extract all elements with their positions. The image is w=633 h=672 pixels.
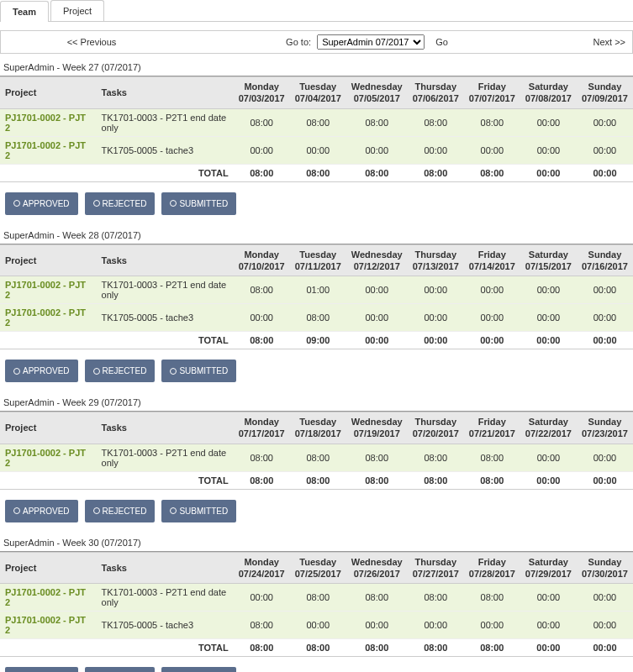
col-day: Thursday07/06/2017 — [408, 77, 464, 109]
col-day: Wednesday07/19/2017 — [346, 412, 408, 444]
hours-cell: 00:00 — [346, 612, 408, 639]
hours-cell: 08:00 — [234, 612, 290, 639]
project-cell[interactable]: PJ1701-0002 - PJT 2 — [0, 108, 97, 136]
circle-icon — [93, 200, 100, 207]
hours-cell: 00:00 — [290, 136, 346, 164]
timesheet-table: ProjectTasksMonday07/10/2017Tuesday07/11… — [0, 244, 633, 350]
hours-cell: 08:00 — [290, 584, 346, 612]
hours-cell: 08:00 — [464, 584, 520, 612]
total-cell: 08:00 — [346, 164, 408, 181]
period-select[interactable]: SuperAdmin 07/2017 — [317, 34, 425, 50]
submitted-button[interactable]: SUBMITTED — [161, 360, 236, 382]
rejected-button[interactable]: REJECTED — [85, 500, 156, 522]
hours-cell: 00:00 — [577, 612, 633, 639]
total-cell: 00:00 — [520, 471, 577, 489]
project-cell[interactable]: PJ1701-0002 - PJT 2 — [0, 612, 97, 639]
project-cell[interactable]: PJ1701-0002 - PJT 2 — [0, 276, 97, 304]
week-label: SuperAdmin - Week 30 (07/2017) — [0, 536, 633, 549]
hours-cell: 00:00 — [464, 304, 520, 332]
approved-button[interactable]: APPROVED — [5, 667, 78, 672]
total-cell: 09:00 — [290, 332, 346, 349]
submitted-button[interactable]: SUBMITTED — [161, 667, 236, 672]
task-cell: TK1701-0003 - P2T1 end date only — [97, 584, 234, 612]
col-day: Monday07/10/2017 — [234, 244, 290, 276]
action-row: APPROVEDREJECTEDSUBMITTED — [0, 349, 633, 396]
submitted-button[interactable]: SUBMITTED — [161, 500, 236, 522]
project-cell[interactable]: PJ1701-0002 - PJT 2 — [0, 584, 97, 612]
hours-cell: 08:00 — [408, 444, 464, 471]
hours-cell: 00:00 — [234, 304, 290, 332]
total-cell: 00:00 — [577, 332, 633, 349]
col-day: Monday07/24/2017 — [234, 552, 290, 584]
prev-link[interactable]: << Previous — [8, 37, 176, 47]
project-cell[interactable]: PJ1701-0002 - PJT 2 — [0, 136, 97, 164]
hours-cell: 00:00 — [577, 444, 633, 471]
col-day: Tuesday07/04/2017 — [290, 77, 346, 109]
circle-icon — [170, 368, 177, 375]
col-day: Wednesday07/05/2017 — [346, 77, 408, 109]
col-day: Monday07/17/2017 — [234, 412, 290, 444]
total-cell: 00:00 — [577, 471, 633, 489]
total-cell: 08:00 — [346, 471, 408, 489]
circle-icon — [93, 368, 100, 375]
hours-cell: 08:00 — [408, 584, 464, 612]
hours-cell: 00:00 — [234, 584, 290, 612]
hours-cell: 00:00 — [346, 136, 408, 164]
hours-cell: 00:00 — [408, 612, 464, 639]
tab-project[interactable]: Project — [50, 0, 104, 21]
hours-cell: 08:00 — [290, 304, 346, 332]
approved-button[interactable]: APPROVED — [5, 360, 78, 382]
total-cell: 08:00 — [290, 164, 346, 181]
rejected-button[interactable]: REJECTED — [85, 360, 156, 382]
col-day: Wednesday07/12/2017 — [346, 244, 408, 276]
hours-cell: 00:00 — [464, 136, 520, 164]
hours-cell: 00:00 — [577, 108, 633, 136]
circle-icon — [170, 200, 177, 207]
goto-label: Go to: — [286, 37, 311, 47]
hours-cell: 00:00 — [520, 584, 577, 612]
rejected-button[interactable]: REJECTED — [85, 192, 156, 215]
tab-team[interactable]: Team — [0, 1, 49, 22]
hours-cell: 01:00 — [290, 276, 346, 304]
total-cell: 00:00 — [577, 164, 633, 181]
total-cell: 08:00 — [234, 471, 290, 489]
total-cell: 08:00 — [290, 471, 346, 489]
hours-cell: 00:00 — [577, 276, 633, 304]
task-cell: TK1701-0003 - P2T1 end date only — [97, 276, 234, 304]
col-day: Friday07/07/2017 — [464, 77, 520, 109]
total-cell: 00:00 — [520, 639, 577, 657]
total-label: TOTAL — [97, 164, 234, 181]
hours-cell: 08:00 — [234, 276, 290, 304]
col-day: Saturday07/22/2017 — [520, 412, 577, 444]
approved-button[interactable]: APPROVED — [5, 500, 78, 522]
project-cell[interactable]: PJ1701-0002 - PJT 2 — [0, 304, 97, 332]
col-day: Sunday07/23/2017 — [577, 412, 633, 444]
go-button[interactable]: Go — [435, 37, 448, 47]
col-day: Tuesday07/18/2017 — [290, 412, 346, 444]
task-cell: TK1705-0005 - tache3 — [97, 304, 234, 332]
submitted-button[interactable]: SUBMITTED — [161, 192, 236, 215]
col-tasks: Tasks — [97, 244, 234, 276]
hours-cell: 00:00 — [577, 584, 633, 612]
total-cell: 08:00 — [408, 164, 464, 181]
col-day: Friday07/28/2017 — [464, 552, 520, 584]
col-project: Project — [0, 552, 97, 584]
total-cell: 00:00 — [408, 332, 464, 349]
week-label: SuperAdmin - Week 29 (07/2017) — [0, 396, 633, 409]
hours-cell: 00:00 — [464, 276, 520, 304]
approved-button[interactable]: APPROVED — [5, 192, 78, 215]
total-cell: 00:00 — [520, 332, 577, 349]
table-row: PJ1701-0002 - PJT 2TK1701-0003 - P2T1 en… — [0, 584, 633, 612]
hours-cell: 00:00 — [408, 304, 464, 332]
total-cell: 08:00 — [346, 639, 408, 657]
hours-cell: 08:00 — [234, 108, 290, 136]
total-label: TOTAL — [97, 639, 234, 657]
total-cell: 08:00 — [408, 639, 464, 657]
period-nav: << Previous Go to: SuperAdmin 07/2017 Go… — [0, 30, 633, 54]
next-link[interactable]: Next >> — [558, 37, 625, 47]
hours-cell: 08:00 — [346, 108, 408, 136]
total-cell: 08:00 — [234, 164, 290, 181]
hours-cell: 00:00 — [464, 612, 520, 639]
project-cell[interactable]: PJ1701-0002 - PJT 2 — [0, 444, 97, 471]
rejected-button[interactable]: REJECTED — [85, 667, 156, 672]
